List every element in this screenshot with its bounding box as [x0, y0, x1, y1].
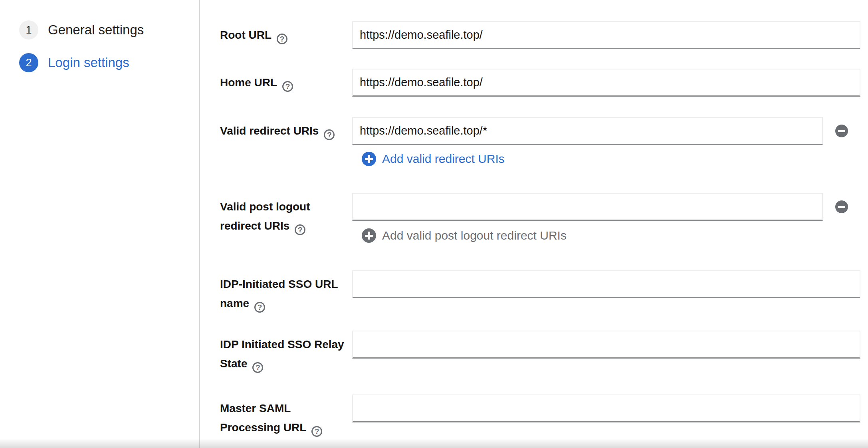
field-label-text: Master SAML Processing URL	[220, 402, 306, 434]
field-label: Home URL?	[220, 69, 346, 92]
root-url-input[interactable]	[352, 21, 860, 49]
valid-post-logout-redirect-uris-input[interactable]	[352, 193, 823, 221]
plus-circle-icon	[362, 152, 376, 166]
add-valid-redirect-uris-link[interactable]: Add valid redirect URIs	[362, 152, 505, 166]
minus-icon	[838, 130, 845, 132]
add-link-label: Add valid post logout redirect URIs	[382, 229, 567, 242]
step-general-settings[interactable]: 1 General settings	[19, 20, 144, 40]
field-label: Valid redirect URIs?	[220, 117, 346, 141]
help-icon[interactable]: ?	[252, 362, 263, 373]
add-valid-post-logout-redirect-uris-link[interactable]: Add valid post logout redirect URIs	[362, 228, 567, 243]
footer-shadow	[0, 438, 868, 448]
field-label: IDP-Initiated SSO URL name?	[220, 270, 346, 313]
plus-circle-icon	[362, 228, 376, 243]
help-icon[interactable]: ?	[282, 81, 293, 92]
field-label: Master SAML Processing URL?	[220, 394, 346, 437]
step-label: General settings	[48, 22, 144, 38]
remove-redirect-uri-button[interactable]	[835, 125, 848, 137]
field-label: Valid post logout redirect URIs?	[220, 193, 346, 236]
field-label-text: Root URL	[220, 29, 271, 41]
field-label: Root URL?	[220, 21, 346, 45]
valid-redirect-uris-input[interactable]	[352, 117, 823, 145]
master-saml-processing-url-input[interactable]	[352, 394, 860, 422]
field-label-text: IDP-Initiated SSO URL name	[220, 278, 338, 309]
help-icon[interactable]: ?	[324, 129, 335, 140]
add-link-label: Add valid redirect URIs	[382, 152, 505, 166]
help-icon[interactable]: ?	[277, 34, 287, 44]
minus-icon	[838, 206, 845, 208]
idp-initiated-sso-relay-state-input[interactable]	[352, 331, 860, 359]
help-icon[interactable]: ?	[295, 224, 305, 235]
field-label-text: Valid redirect URIs	[220, 125, 319, 137]
idp-initiated-sso-url-name-input[interactable]	[352, 270, 860, 298]
step-number-badge: 2	[19, 53, 38, 72]
step-label: Login settings	[48, 55, 129, 70]
field-label-text: IDP Initiated SSO Relay State	[220, 338, 344, 370]
field-label: IDP Initiated SSO Relay State?	[220, 331, 346, 373]
field-label-text: Home URL	[220, 76, 277, 89]
help-icon[interactable]: ?	[311, 426, 322, 437]
remove-post-logout-uri-button[interactable]	[835, 200, 848, 213]
step-number-badge: 1	[19, 20, 38, 40]
help-icon[interactable]: ?	[254, 302, 265, 313]
step-login-settings[interactable]: 2 Login settings	[19, 53, 129, 72]
home-url-input[interactable]	[352, 69, 860, 97]
sidebar-divider	[199, 0, 200, 448]
